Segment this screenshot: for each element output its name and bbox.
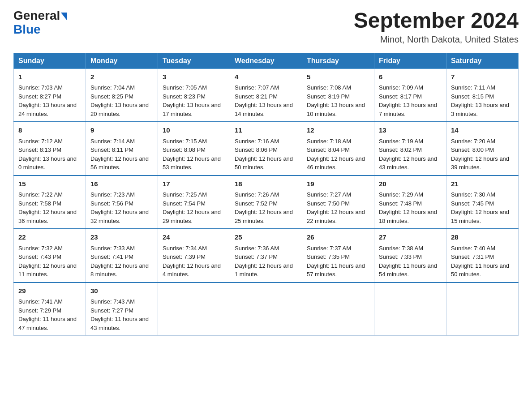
day-cell: 7Sunrise: 7:11 AMSunset: 8:15 PMDaylight…: [446, 68, 519, 122]
title-area: September 2024 Minot, North Dakota, Unit…: [354, 9, 519, 45]
sunset-label: Sunset: 7:58 PM: [18, 200, 61, 207]
sunrise-label: Sunrise: 7:40 AM: [451, 245, 495, 252]
sunrise-label: Sunrise: 7:25 AM: [163, 191, 207, 198]
day-number: 28: [451, 232, 514, 243]
day-cell: 8Sunrise: 7:12 AMSunset: 8:13 PMDaylight…: [14, 122, 86, 176]
sunset-label: Sunset: 8:06 PM: [235, 146, 278, 153]
sunrise-label: Sunrise: 7:11 AM: [451, 84, 495, 91]
day-number: 17: [163, 179, 225, 189]
header-cell-saturday: Saturday: [446, 53, 519, 68]
day-number: 24: [163, 232, 225, 243]
day-number: 29: [18, 286, 81, 296]
day-cell: 28Sunrise: 7:40 AMSunset: 7:31 PMDayligh…: [446, 229, 519, 283]
sunrise-label: Sunrise: 7:07 AM: [235, 84, 279, 91]
day-cell: 10Sunrise: 7:15 AMSunset: 8:08 PMDayligh…: [158, 122, 230, 176]
day-number: 4: [235, 72, 297, 82]
daylight-label: Daylight: 11 hours and 54 minutes.: [379, 262, 437, 278]
daylight-label: Daylight: 13 hours and 24 minutes.: [18, 102, 77, 117]
day-cell: 6Sunrise: 7:09 AMSunset: 8:17 PMDaylight…: [374, 68, 446, 122]
sunset-label: Sunset: 8:04 PM: [307, 146, 350, 153]
header-cell-friday: Friday: [374, 53, 446, 68]
sunrise-label: Sunrise: 7:05 AM: [163, 84, 207, 91]
daylight-label: Daylight: 12 hours and 8 minutes.: [90, 262, 149, 278]
sunset-label: Sunset: 7:37 PM: [235, 253, 278, 260]
day-number: 8: [18, 125, 81, 136]
sunset-label: Sunset: 8:27 PM: [18, 93, 61, 100]
day-number: 9: [90, 125, 153, 136]
sunrise-label: Sunrise: 7:36 AM: [235, 245, 279, 252]
sunset-label: Sunset: 8:02 PM: [379, 146, 422, 153]
sunset-label: Sunset: 8:11 PM: [90, 146, 133, 153]
daylight-label: Daylight: 13 hours and 14 minutes.: [235, 102, 293, 117]
daylight-label: Daylight: 13 hours and 10 minutes.: [307, 102, 365, 117]
day-cell: 5Sunrise: 7:08 AMSunset: 8:19 PMDaylight…: [302, 68, 374, 122]
day-cell: 11Sunrise: 7:16 AMSunset: 8:06 PMDayligh…: [230, 122, 302, 176]
sunset-label: Sunset: 8:25 PM: [90, 93, 133, 100]
day-number: 2: [90, 72, 153, 82]
day-number: 6: [379, 72, 442, 82]
sunrise-label: Sunrise: 7:03 AM: [18, 84, 63, 91]
sunrise-label: Sunrise: 7:34 AM: [163, 245, 207, 252]
day-number: 5: [307, 72, 369, 82]
sunrise-label: Sunrise: 7:12 AM: [18, 138, 63, 145]
day-number: 16: [90, 179, 153, 189]
daylight-label: Daylight: 12 hours and 18 minutes.: [379, 209, 437, 224]
sunset-label: Sunset: 7:39 PM: [163, 253, 206, 260]
sunrise-label: Sunrise: 7:26 AM: [235, 191, 279, 198]
week-row-4: 22Sunrise: 7:32 AMSunset: 7:43 PMDayligh…: [14, 229, 519, 283]
daylight-label: Daylight: 12 hours and 15 minutes.: [451, 209, 509, 224]
day-number: 20: [379, 179, 442, 189]
day-cell: 21Sunrise: 7:30 AMSunset: 7:45 PMDayligh…: [446, 176, 519, 229]
day-number: 11: [235, 125, 297, 136]
day-number: 3: [163, 72, 225, 82]
daylight-label: Daylight: 11 hours and 50 minutes.: [451, 262, 509, 278]
page-header: GeneralBlue September 2024 Minot, North …: [13, 9, 519, 45]
header-row: SundayMondayTuesdayWednesdayThursdayFrid…: [14, 53, 519, 68]
sunrise-label: Sunrise: 7:32 AM: [18, 245, 63, 252]
day-cell: 3Sunrise: 7:05 AMSunset: 8:23 PMDaylight…: [158, 68, 230, 122]
sunrise-label: Sunrise: 7:09 AM: [379, 84, 423, 91]
day-number: 27: [379, 232, 442, 243]
day-number: 25: [235, 232, 297, 243]
daylight-label: Daylight: 12 hours and 46 minutes.: [307, 155, 365, 171]
sunset-label: Sunset: 8:17 PM: [379, 93, 422, 100]
week-row-5: 29Sunrise: 7:41 AMSunset: 7:29 PMDayligh…: [14, 283, 519, 336]
sunrise-label: Sunrise: 7:33 AM: [90, 245, 135, 252]
day-cell: 18Sunrise: 7:26 AMSunset: 7:52 PMDayligh…: [230, 176, 302, 229]
logo: GeneralBlue: [13, 9, 67, 37]
sunrise-label: Sunrise: 7:37 AM: [307, 245, 351, 252]
daylight-label: Daylight: 12 hours and 11 minutes.: [18, 262, 77, 278]
sunset-label: Sunset: 7:31 PM: [451, 253, 494, 260]
day-cell: [230, 283, 302, 336]
sunset-label: Sunset: 7:54 PM: [163, 200, 206, 207]
sunrise-label: Sunrise: 7:19 AM: [379, 138, 423, 145]
sunset-label: Sunset: 7:43 PM: [18, 253, 61, 260]
day-number: 18: [235, 179, 297, 189]
daylight-label: Daylight: 12 hours and 43 minutes.: [379, 155, 437, 171]
day-cell: 19Sunrise: 7:27 AMSunset: 7:50 PMDayligh…: [302, 176, 374, 229]
sunrise-label: Sunrise: 7:30 AM: [451, 191, 495, 198]
day-number: 26: [307, 232, 369, 243]
day-cell: 30Sunrise: 7:43 AMSunset: 7:27 PMDayligh…: [86, 283, 158, 336]
daylight-label: Daylight: 13 hours and 3 minutes.: [451, 102, 509, 117]
day-cell: [446, 283, 519, 336]
day-cell: 24Sunrise: 7:34 AMSunset: 7:39 PMDayligh…: [158, 229, 230, 283]
daylight-label: Daylight: 12 hours and 36 minutes.: [18, 209, 77, 224]
sunset-label: Sunset: 7:45 PM: [451, 200, 494, 207]
sunrise-label: Sunrise: 7:27 AM: [307, 191, 351, 198]
day-cell: 2Sunrise: 7:04 AMSunset: 8:25 PMDaylight…: [86, 68, 158, 122]
day-number: 1: [18, 72, 81, 82]
day-cell: 16Sunrise: 7:23 AMSunset: 7:56 PMDayligh…: [86, 176, 158, 229]
day-cell: 26Sunrise: 7:37 AMSunset: 7:35 PMDayligh…: [302, 229, 374, 283]
daylight-label: Daylight: 12 hours and 32 minutes.: [90, 209, 149, 224]
sunset-label: Sunset: 7:48 PM: [379, 200, 422, 207]
header-cell-wednesday: Wednesday: [230, 53, 302, 68]
daylight-label: Daylight: 12 hours and 25 minutes.: [235, 209, 293, 224]
day-cell: 23Sunrise: 7:33 AMSunset: 7:41 PMDayligh…: [86, 229, 158, 283]
calendar-subtitle: Minot, North Dakota, United States: [354, 34, 519, 45]
sunrise-label: Sunrise: 7:29 AM: [379, 191, 423, 198]
header-cell-thursday: Thursday: [302, 53, 374, 68]
daylight-label: Daylight: 12 hours and 1 minute.: [235, 262, 293, 278]
day-cell: 29Sunrise: 7:41 AMSunset: 7:29 PMDayligh…: [14, 283, 86, 336]
daylight-label: Daylight: 11 hours and 57 minutes.: [307, 262, 365, 278]
